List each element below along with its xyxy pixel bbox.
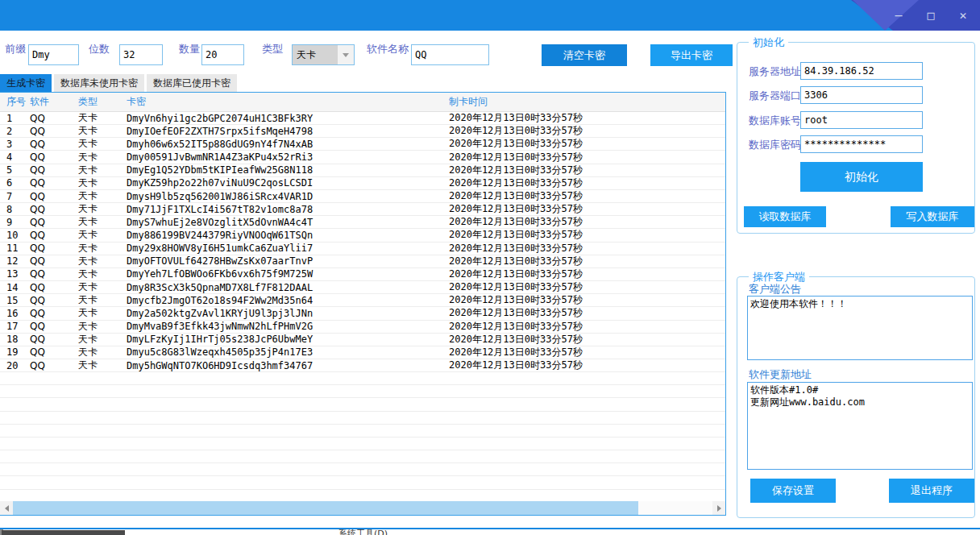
table-header: 序号 软件 类型 卡密 制卡时间 — [0, 93, 725, 112]
cell-no: 4 — [0, 151, 30, 163]
table-row[interactable]: 12QQ天卡DmyOFTOVULf64278HBwZsKx07aarTnvP20… — [0, 255, 725, 268]
cell-key: Dmyu5c8G83lWzeqxh4505p35jP4n17E3 — [127, 346, 449, 358]
table-row[interactable]: 4QQ天卡Dmy00591JvBwmNR1A4Z3aKPu4x52rRi3202… — [0, 151, 725, 164]
cell-key: Dmy71JjF1TXLcI4i567tT82v1omc8a78 — [127, 204, 449, 215]
table-row[interactable]: 6QQ天卡DmyKZ59hp2o22h07viNuU9C2qosLCSDI202… — [0, 177, 725, 190]
tab-generate-keys[interactable]: 生成卡密 — [0, 74, 52, 92]
cell-type: 天卡 — [78, 215, 127, 229]
maximize-icon[interactable]: □ — [920, 6, 941, 25]
init-groupbox: 初始化 服务器地址 服务器端口 数据库账号 数据库密码 初始化 读取数据库 写入… — [737, 42, 975, 234]
table-row[interactable]: 19QQ天卡Dmyu5c8G83lWzeqxh4505p35jP4n17E320… — [0, 346, 725, 359]
header-time: 制卡时间 — [449, 95, 725, 109]
table-row[interactable]: 11QQ天卡Dmy29x8HOWV8yI6H51umkCa6ZuaYlii720… — [0, 243, 725, 255]
cell-key: DmyKZ59hp2o22h07viNuU9C2qosLCSDI — [127, 177, 449, 189]
cell-software: QQ — [30, 334, 78, 345]
cell-key: DmyLFzKyIj1IHrTj05s238JcP6UbwMeY — [127, 334, 449, 345]
toolbar: 前缀 位数 数量 类型 天卡 软件名称 清空卡密 导出卡密 — [0, 31, 735, 76]
table-row[interactable]: 20QQ天卡Dmy5hGWqNTO7KO6HD9Icsdq3hmf3476720… — [0, 359, 725, 372]
table-row[interactable]: 17QQ天卡DmyMvaB9f3Efkk43jwNmwN2hLfPHmV2G20… — [0, 321, 725, 334]
table-row[interactable]: 8QQ天卡Dmy71JjF1TXLcI4i567tT82v1omc8a78202… — [0, 203, 725, 216]
cell-software: QQ — [30, 321, 78, 332]
cell-time: 2020年12月13日0时33分57秒 — [449, 176, 725, 190]
table-row[interactable]: 9QQ天卡DmyS7whuEj2e8VOzglitX5dOvnWA4c4T202… — [0, 216, 725, 229]
tab-db-unused-keys[interactable]: 数据库未使用卡密 — [54, 74, 144, 92]
cell-software: QQ — [30, 177, 78, 189]
cell-no: 5 — [0, 164, 30, 176]
cell-key: Dmy29x8HOWV8yI6H51umkCa6ZuaYlii7 — [127, 243, 449, 254]
cell-time: 2020年12月13日0时33分57秒 — [449, 124, 725, 138]
db-password-input[interactable] — [800, 135, 923, 153]
cell-key: Dmycfb2JmgOT62o18s94F2Ww2Md35n64 — [127, 295, 449, 306]
update-address-textarea[interactable]: 软件版本#1.0# 更新网址www.baidu.com — [747, 382, 973, 470]
save-settings-button[interactable]: 保存设置 — [750, 479, 836, 503]
client-notice-textarea[interactable]: 欢迎使用本软件！！！ — [747, 296, 973, 360]
cell-time: 2020年12月13日0时33分57秒 — [449, 228, 725, 242]
table-row[interactable]: 7QQ天卡DmysH9lb5zq562001WJ86iSRcx4VAR1D202… — [0, 190, 725, 203]
cell-key: DmyYeh7LfOBWOo6FKb6vx6h75f9M725W — [127, 268, 449, 280]
cell-key: Dmy8R3ScX3k5QpnaMD7X8Lf7F812DAAL — [127, 282, 449, 293]
table-body: 1QQ天卡DmyVn6hyi1gc2bGPC2074uH1C3BFk3RY202… — [0, 112, 725, 503]
server-address-label: 服务器地址 — [749, 64, 801, 79]
write-db-button[interactable]: 写入数据库 — [891, 206, 974, 227]
table-row[interactable]: 5QQ天卡DmyEg1Q52YDbm5tKIPIeafWw25G8N118202… — [0, 164, 725, 177]
cell-software: QQ — [30, 282, 78, 293]
cell-software: QQ — [30, 255, 78, 267]
cell-time: 2020年12月13日0时33分57秒 — [449, 202, 725, 216]
scroll-right-icon[interactable] — [712, 501, 725, 515]
cell-key: DmyEg1Q52YDbm5tKIPIeafWw25G8N118 — [127, 164, 449, 176]
export-keys-button[interactable]: 导出卡密 — [650, 44, 733, 66]
table-row-empty — [0, 385, 725, 398]
digits-label: 位数 — [89, 42, 110, 56]
table-row[interactable]: 13QQ天卡DmyYeh7LfOBWOo6FKb6vx6h75f9M725W20… — [0, 268, 725, 281]
table-row-empty — [0, 463, 725, 476]
horizontal-scrollbar[interactable] — [0, 501, 725, 515]
close-icon[interactable]: ✕ — [953, 6, 974, 25]
scroll-left-icon[interactable] — [0, 501, 13, 515]
scrollbar-track[interactable] — [638, 501, 712, 515]
db-account-input[interactable] — [800, 111, 923, 129]
cell-type: 天卡 — [78, 333, 127, 346]
cell-no: 16 — [0, 308, 30, 319]
table-row[interactable]: 16QQ天卡Dmy2a502ktgZvAvl1KRYjU9l3pj3lJNn20… — [0, 307, 725, 320]
server-address-input[interactable] — [800, 62, 923, 80]
cell-type: 天卡 — [78, 137, 127, 151]
exit-program-button[interactable]: 退出程序 — [889, 479, 974, 503]
server-port-input[interactable] — [800, 86, 923, 104]
cell-software: QQ — [30, 126, 78, 137]
cell-time: 2020年12月13日0时33分57秒 — [449, 112, 725, 125]
read-db-button[interactable]: 读取数据库 — [744, 206, 826, 227]
cell-no: 14 — [0, 282, 30, 293]
chevron-down-icon[interactable] — [338, 45, 354, 64]
count-input[interactable] — [201, 44, 244, 65]
minimize-icon[interactable]: — — [888, 6, 909, 25]
table-row[interactable]: 2QQ天卡DmyIOefEOF2ZXTH7Srpx5ifsMqeH4798202… — [0, 125, 725, 138]
table-row-empty — [0, 438, 725, 450]
cell-time: 2020年12月13日0时33分57秒 — [449, 280, 725, 294]
type-select-value: 天卡 — [293, 45, 338, 64]
cell-time: 2020年12月13日0时33分57秒 — [449, 293, 725, 307]
background-window-border — [0, 528, 980, 529]
cell-no: 15 — [0, 295, 30, 306]
software-name-input[interactable] — [411, 44, 489, 65]
cell-no: 13 — [0, 268, 30, 280]
table-row[interactable]: 14QQ天卡Dmy8R3ScX3k5QpnaMD7X8Lf7F812DAAL20… — [0, 281, 725, 294]
cell-no: 2 — [0, 126, 30, 137]
initialize-button[interactable]: 初始化 — [800, 162, 923, 192]
type-select[interactable]: 天卡 — [292, 44, 355, 65]
cell-time: 2020年12月13日0时33分57秒 — [449, 215, 725, 229]
table-row[interactable]: 1QQ天卡DmyVn6hyi1gc2bGPC2074uH1C3BFk3RY202… — [0, 112, 725, 125]
table-row[interactable]: 18QQ天卡DmyLFzKyIj1IHrTj05s238JcP6UbwMeY20… — [0, 334, 725, 346]
prefix-input[interactable] — [28, 44, 79, 65]
clear-keys-button[interactable]: 清空卡密 — [542, 44, 627, 66]
titlebar[interactable]: — □ ✕ — [0, 0, 980, 31]
cell-type: 天卡 — [78, 268, 127, 281]
cell-software: QQ — [30, 191, 78, 202]
tab-db-used-keys[interactable]: 数据库已使用卡密 — [147, 74, 237, 92]
table-row[interactable]: 10QQ天卡Dmy886199BV244379RiyVNOOqW61TSQn20… — [0, 229, 725, 242]
table-row[interactable]: 15QQ天卡Dmycfb2JmgOT62o18s94F2Ww2Md35n6420… — [0, 294, 725, 307]
digits-input[interactable] — [119, 44, 163, 65]
table-row[interactable]: 3QQ天卡Dmyh06w6x52IT5p88GdUG9nY4f7N4xAB202… — [0, 138, 725, 151]
scrollbar-thumb[interactable] — [13, 501, 638, 515]
cell-time: 2020年12月13日0时33分57秒 — [449, 333, 725, 346]
cell-time: 2020年12月13日0时33分57秒 — [449, 189, 725, 203]
